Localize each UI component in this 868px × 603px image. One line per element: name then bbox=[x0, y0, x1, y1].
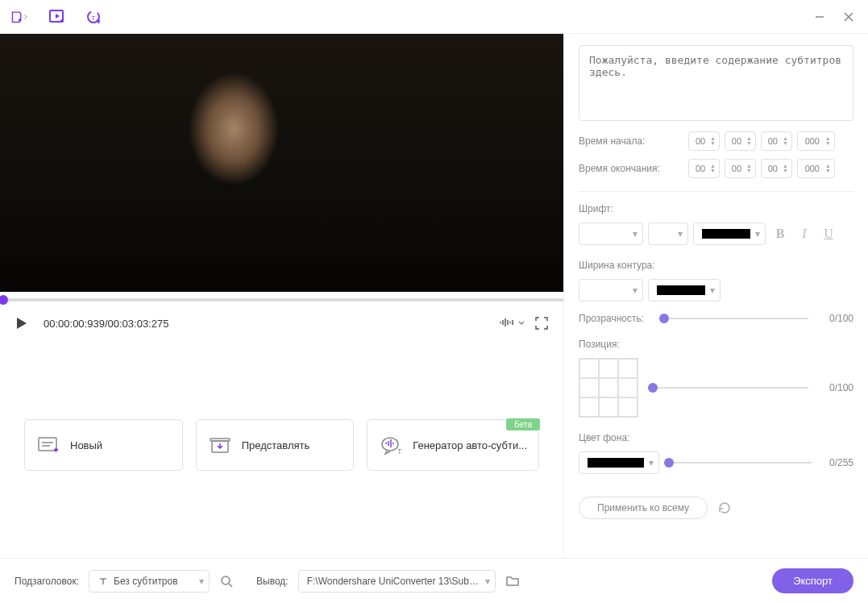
underline-button[interactable]: U bbox=[819, 224, 838, 243]
end-hours[interactable]: ▲▼ bbox=[688, 159, 720, 178]
svg-point-8 bbox=[222, 576, 230, 584]
bgcolor-dropdown[interactable]: ▾ bbox=[579, 451, 659, 474]
add-media-icon[interactable] bbox=[48, 8, 66, 26]
position-slider[interactable] bbox=[648, 387, 808, 389]
auto-label: Генератор авто-субти... bbox=[413, 439, 527, 451]
toolbar: T bbox=[0, 0, 868, 34]
end-time-label: Время окончания: bbox=[579, 163, 682, 174]
outline-color-dropdown[interactable]: ▾ bbox=[648, 279, 721, 302]
refresh-icon[interactable]: T bbox=[85, 8, 103, 26]
import-file-icon[interactable] bbox=[11, 8, 29, 26]
start-hours[interactable]: ▲▼ bbox=[688, 131, 720, 151]
font-family-dropdown[interactable]: ▾ bbox=[579, 222, 643, 245]
search-icon[interactable] bbox=[219, 574, 234, 588]
video-preview[interactable] bbox=[0, 34, 563, 292]
font-size-dropdown[interactable]: ▾ bbox=[648, 222, 688, 245]
seek-bar[interactable] bbox=[0, 292, 563, 308]
outline-width-dropdown[interactable]: ▾ bbox=[579, 279, 643, 302]
reset-icon[interactable] bbox=[717, 501, 732, 515]
output-path-dropdown[interactable]: F:\Wondershare UniConverter 13\SubEdi...… bbox=[298, 570, 496, 593]
new-subtitle-button[interactable]: Новый bbox=[24, 419, 183, 471]
start-ms[interactable]: ▲▼ bbox=[797, 131, 835, 151]
outline-label: Ширина контура: bbox=[579, 260, 853, 271]
start-minutes[interactable]: ▲▼ bbox=[725, 131, 756, 151]
end-seconds[interactable]: ▲▼ bbox=[761, 159, 792, 178]
opacity-slider[interactable] bbox=[659, 318, 808, 319]
output-label: Вывод: bbox=[256, 576, 289, 587]
new-label: Новый bbox=[70, 439, 102, 451]
import-subtitle-button[interactable]: Представлять bbox=[196, 419, 355, 471]
subtitle-select-dropdown[interactable]: Без субтитров ▾ bbox=[89, 570, 210, 593]
svg-text:T: T bbox=[92, 15, 96, 22]
opacity-label: Прозрачность: bbox=[579, 313, 651, 324]
close-button[interactable] bbox=[841, 9, 857, 25]
play-button[interactable] bbox=[15, 316, 29, 331]
bgcolor-label: Цвет фона: bbox=[579, 432, 853, 443]
italic-button[interactable]: I bbox=[795, 224, 814, 243]
import-label: Представлять bbox=[242, 439, 310, 451]
font-color-dropdown[interactable]: ▾ bbox=[693, 222, 766, 245]
end-minutes[interactable]: ▲▼ bbox=[725, 159, 756, 178]
subtitle-textarea[interactable] bbox=[579, 45, 853, 121]
export-button[interactable]: Экспорт bbox=[772, 568, 853, 593]
apply-all-button[interactable]: Применить ко всему bbox=[579, 497, 708, 519]
minimize-button[interactable] bbox=[812, 9, 828, 25]
auto-subtitle-button[interactable]: Бета T Генератор авто-субти... bbox=[367, 419, 539, 471]
bold-button[interactable]: B bbox=[770, 224, 790, 243]
start-time-label: Время начала: bbox=[579, 135, 682, 147]
svg-rect-5 bbox=[210, 439, 230, 441]
start-seconds[interactable]: ▲▼ bbox=[761, 131, 792, 151]
svg-rect-3 bbox=[39, 438, 56, 451]
fullscreen-button[interactable] bbox=[534, 316, 549, 331]
waveform-button[interactable] bbox=[499, 317, 525, 330]
position-grid[interactable] bbox=[579, 358, 638, 418]
svg-point-6 bbox=[382, 438, 398, 451]
end-ms[interactable]: ▲▼ bbox=[797, 159, 835, 178]
position-label: Позиция: bbox=[579, 339, 853, 350]
subtitle-footer-label: Подзаголовок: bbox=[15, 576, 79, 587]
bgcolor-slider[interactable] bbox=[664, 462, 812, 464]
svg-text:T: T bbox=[397, 447, 402, 455]
time-display: 00:00:00:939/00:03:03:275 bbox=[44, 318, 168, 330]
beta-badge: Бета bbox=[506, 418, 540, 430]
font-label: Шрифт: bbox=[579, 203, 853, 214]
folder-icon[interactable] bbox=[505, 575, 520, 588]
text-icon bbox=[98, 576, 109, 587]
properties-panel: Время начала: ▲▼ ▲▼ ▲▼ ▲▼ Время окончани… bbox=[563, 34, 868, 558]
